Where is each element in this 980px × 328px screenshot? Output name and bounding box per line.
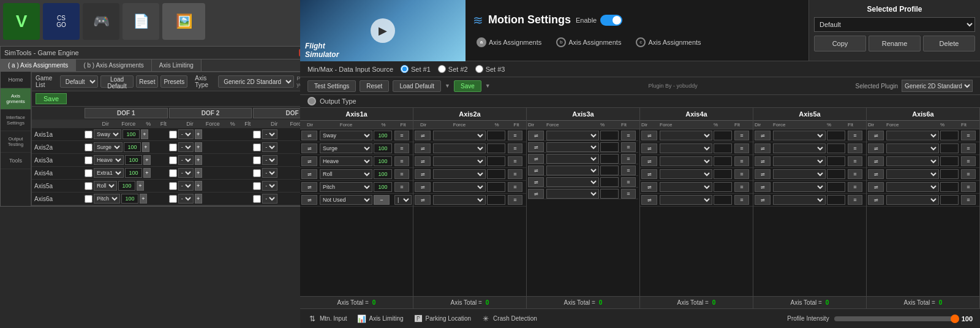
axis5-dof1-motion[interactable]: Roll bbox=[94, 181, 117, 191]
axis3a-row5-flt[interactable]: ≡ bbox=[621, 177, 636, 187]
axis3a-row3-pct[interactable] bbox=[600, 154, 619, 164]
a5r1m[interactable] bbox=[773, 131, 826, 140]
set3-option[interactable]: Set #3 bbox=[475, 65, 505, 73]
axis1a-row1-dir[interactable]: ⇌ bbox=[301, 131, 317, 140]
axis3a-row6-dir[interactable]: ⇌ bbox=[528, 189, 544, 199]
axis2-dof3-motion[interactable]: - bbox=[262, 142, 277, 152]
axis2-dof2-motion[interactable]: - bbox=[178, 142, 194, 152]
axis4-dof1-motion[interactable]: Extra1 bbox=[94, 168, 124, 178]
axis3a-row5-motion[interactable] bbox=[546, 177, 599, 187]
save-button[interactable]: Save bbox=[36, 93, 67, 104]
axis3-dof3-motion[interactable]: - bbox=[262, 155, 277, 165]
axis3-dof1-plus[interactable]: + bbox=[143, 155, 151, 165]
axis-type-select[interactable]: Generic 2D Standard bbox=[218, 75, 294, 88]
a4r1p[interactable] bbox=[714, 131, 732, 140]
axis2a-row4-pct[interactable] bbox=[487, 169, 505, 179]
axis3a-row5-pct[interactable] bbox=[600, 177, 619, 187]
nav-interface[interactable]: InterfaceSettings bbox=[1, 110, 31, 131]
axis3a-row3-flt[interactable]: ≡ bbox=[621, 154, 636, 164]
axis1a-row4-flt[interactable]: ≡ bbox=[394, 169, 409, 179]
a5r2m[interactable] bbox=[773, 143, 826, 153]
a4r6m[interactable] bbox=[660, 195, 712, 205]
axis3-dof1-motion[interactable]: Heave bbox=[94, 155, 124, 165]
axis1a-row5-pct[interactable] bbox=[374, 182, 392, 192]
reset-settings-btn[interactable]: Reset bbox=[360, 80, 389, 92]
a6r3m[interactable] bbox=[886, 156, 939, 166]
axis1a-row1-pct[interactable] bbox=[374, 131, 392, 140]
axis3a-row3-dir[interactable]: ⇌ bbox=[528, 154, 544, 164]
a4r4m[interactable] bbox=[660, 169, 712, 179]
a5r1p[interactable] bbox=[827, 131, 845, 140]
axis2a-row3-pct[interactable] bbox=[487, 156, 505, 166]
a4r3dir[interactable]: ⇌ bbox=[641, 156, 657, 166]
a4r1m[interactable] bbox=[660, 131, 712, 140]
tab-axis-limiting[interactable]: Axis Limiting bbox=[152, 59, 202, 71]
desktop-icon-v[interactable]: V bbox=[3, 3, 40, 40]
a5r1f[interactable]: ≡ bbox=[848, 131, 862, 140]
axis4-dof2-motion[interactable]: - bbox=[178, 168, 194, 178]
profile-select[interactable]: Default bbox=[814, 17, 975, 32]
axis3a-row2-pct[interactable] bbox=[600, 142, 619, 152]
axis3-dof1-pct[interactable] bbox=[125, 155, 142, 165]
axis2a-row1-pct[interactable] bbox=[487, 131, 505, 140]
a5r4m[interactable] bbox=[773, 169, 826, 179]
set3-radio[interactable] bbox=[475, 65, 483, 73]
nav-tools[interactable]: Tools bbox=[1, 153, 31, 169]
a5r6dir[interactable]: ⇌ bbox=[755, 195, 771, 205]
axis5-dof2-motion[interactable]: - bbox=[178, 181, 194, 191]
a6r1p[interactable] bbox=[940, 131, 959, 140]
a5r5dir[interactable]: ⇌ bbox=[755, 182, 771, 192]
axis1a-row1-motion[interactable]: Sway bbox=[320, 131, 372, 140]
axis1a-row4-motion[interactable]: Roll bbox=[320, 169, 372, 179]
a6r4m[interactable] bbox=[886, 169, 939, 179]
axis6-dof1-plus[interactable]: + bbox=[140, 194, 147, 204]
a6r2dir[interactable]: ⇌ bbox=[868, 143, 884, 153]
a5r5m[interactable] bbox=[773, 182, 826, 192]
axis4-dof3-motion[interactable]: - bbox=[262, 168, 277, 178]
axis1a-row6-motion[interactable]: Not Used bbox=[320, 195, 372, 205]
a4r5f[interactable]: ≡ bbox=[734, 182, 749, 192]
axis2-dof1-motion[interactable]: Surge bbox=[94, 142, 123, 152]
axis2-dof2-check[interactable] bbox=[169, 143, 177, 151]
set1-option[interactable]: Set #1 bbox=[401, 65, 431, 73]
axis1-dof1-check[interactable] bbox=[85, 131, 92, 139]
a6r5p[interactable] bbox=[940, 182, 959, 192]
axis4-dof2-plus[interactable]: + bbox=[195, 168, 202, 178]
axis3a-row1-flt[interactable]: ≡ bbox=[621, 131, 636, 140]
axis2a-row2-pct[interactable] bbox=[487, 143, 505, 153]
a6r4p[interactable] bbox=[940, 169, 959, 179]
delete-button[interactable]: Delete bbox=[923, 36, 975, 51]
axis2a-row4-dir[interactable]: ⇌ bbox=[415, 169, 431, 179]
a5r3f[interactable]: ≡ bbox=[848, 156, 862, 166]
selected-plugin-select[interactable]: Generic 2D Standard bbox=[902, 80, 973, 92]
axis3a-row2-motion[interactable] bbox=[546, 142, 599, 152]
axis1-dof1-motion[interactable]: Sway bbox=[94, 129, 121, 139]
axis6-dof1-check[interactable] bbox=[85, 195, 92, 203]
a4r3p[interactable] bbox=[714, 156, 732, 166]
axis1-dof2-check[interactable] bbox=[169, 131, 177, 139]
set2-radio[interactable] bbox=[438, 65, 446, 73]
axis1a-row1-flt[interactable]: ≡ bbox=[394, 131, 409, 140]
axis3a-row2-flt[interactable]: ≡ bbox=[621, 142, 636, 152]
axis1a-row5-flt[interactable]: ≡ bbox=[394, 182, 409, 192]
axis1a-row6-sub[interactable]: | bbox=[394, 195, 412, 205]
axis2a-row2-motion[interactable] bbox=[433, 143, 486, 153]
a6r6f[interactable]: ≡ bbox=[961, 195, 976, 205]
axis2a-row3-dir[interactable]: ⇌ bbox=[415, 156, 431, 166]
axis6-dof1-motion[interactable]: Pitch bbox=[94, 194, 120, 204]
a5r4dir[interactable]: ⇌ bbox=[755, 169, 771, 179]
axis2a-row6-dir[interactable]: ⇌ bbox=[415, 195, 431, 205]
axis1a-row4-pct[interactable] bbox=[374, 169, 392, 179]
axis1-dof2-motion[interactable]: - bbox=[178, 129, 194, 139]
axis6-dof2-motion[interactable]: - bbox=[178, 194, 194, 204]
a5r2p[interactable] bbox=[827, 143, 845, 153]
aa-tab-b[interactable]: b Axis Assignments bbox=[552, 36, 625, 48]
axis2a-row6-motion[interactable] bbox=[433, 195, 486, 205]
desktop-icon-img[interactable]: 🖼️ bbox=[162, 3, 205, 40]
axis3a-row6-flt[interactable]: ≡ bbox=[621, 189, 636, 199]
axis3-dof2-check[interactable] bbox=[169, 156, 177, 164]
a4r6p[interactable] bbox=[714, 195, 732, 205]
axis2a-row5-dir[interactable]: ⇌ bbox=[415, 182, 431, 192]
a4r1f[interactable]: ≡ bbox=[734, 131, 749, 140]
parking-location-item[interactable]: 🅿 Parking Location bbox=[413, 314, 472, 324]
